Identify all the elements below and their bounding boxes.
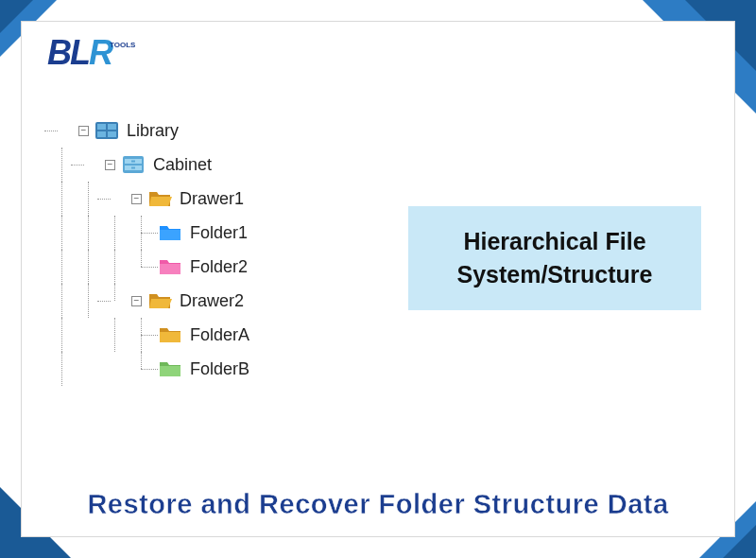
library-icon xyxy=(94,120,119,141)
tree-label: Library xyxy=(127,121,179,141)
callout-line: Hierarchical File xyxy=(431,225,679,258)
tree-node-folderB[interactable]: FolderB xyxy=(52,352,249,386)
callout-box: Hierarchical File System/Structure xyxy=(408,206,701,310)
tree-label: Drawer2 xyxy=(180,291,244,311)
svg-rect-10 xyxy=(160,230,180,240)
svg-rect-1 xyxy=(97,124,106,130)
svg-rect-12 xyxy=(160,332,180,342)
tree-label: Folder2 xyxy=(190,257,248,277)
expand-icon[interactable]: − xyxy=(131,194,142,204)
svg-rect-11 xyxy=(160,264,180,274)
file-tree: − Library − Cabinet − xyxy=(52,113,249,386)
tree-label: Cabinet xyxy=(153,155,212,175)
tree-label: Drawer1 xyxy=(180,189,244,209)
folder-open-icon xyxy=(147,290,172,311)
tree-node-cabinet[interactable]: − Cabinet xyxy=(52,148,249,182)
folder-icon xyxy=(158,222,182,243)
svg-rect-5 xyxy=(123,156,144,173)
svg-rect-2 xyxy=(108,124,116,130)
expand-icon[interactable]: − xyxy=(131,296,142,306)
cabinet-icon xyxy=(121,154,146,175)
logo: BLR TOOLS xyxy=(47,33,135,73)
tree-node-folderA[interactable]: FolderA xyxy=(52,318,249,352)
tree-node-folder2[interactable]: Folder2 xyxy=(52,250,249,284)
tree-label: FolderB xyxy=(190,359,249,379)
svg-rect-4 xyxy=(108,131,116,137)
expand-icon[interactable]: − xyxy=(78,126,89,136)
tree-node-folder1[interactable]: Folder1 xyxy=(52,216,249,250)
logo-tools: TOOLS xyxy=(110,41,135,49)
tree-label: FolderA xyxy=(190,325,249,345)
folder-icon xyxy=(158,256,182,277)
tree-node-drawer1[interactable]: − Drawer1 xyxy=(52,182,249,216)
folder-icon xyxy=(158,358,182,379)
tree-node-drawer2[interactable]: − Drawer2 xyxy=(52,284,249,318)
tree-node-library[interactable]: − Library xyxy=(52,113,249,148)
logo-accent: R xyxy=(89,33,112,72)
folder-icon xyxy=(158,324,182,345)
svg-rect-8 xyxy=(131,161,135,163)
logo-text: BLR xyxy=(47,33,112,73)
svg-rect-9 xyxy=(131,167,135,169)
expand-icon[interactable]: − xyxy=(105,160,115,170)
svg-rect-3 xyxy=(97,131,106,137)
tree-label: Folder1 xyxy=(190,223,248,243)
banner-text: Restore and Recover Folder Structure Dat… xyxy=(0,489,756,520)
svg-rect-13 xyxy=(160,366,180,376)
folder-open-icon xyxy=(147,188,172,209)
logo-main: BL xyxy=(47,33,89,72)
callout-line: System/Structure xyxy=(431,258,679,291)
